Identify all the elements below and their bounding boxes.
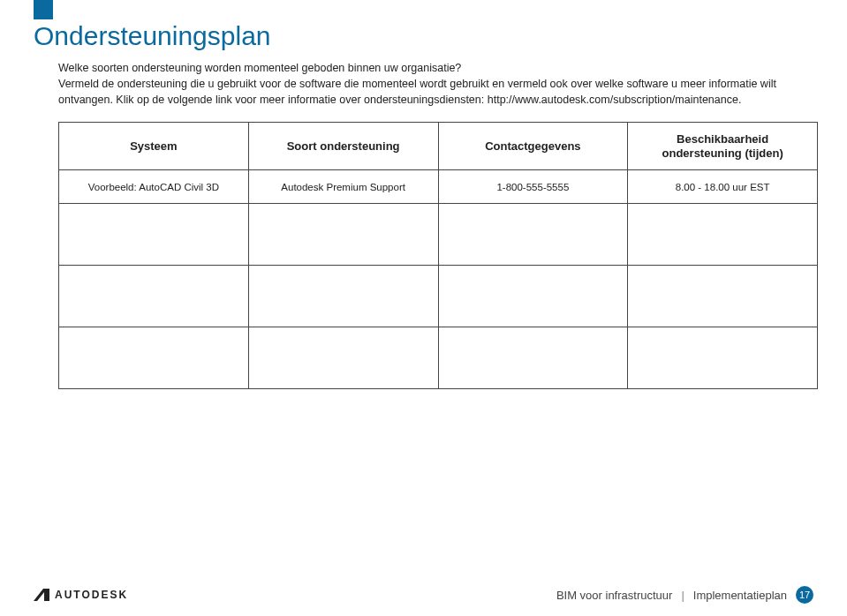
- cell-support-type[interactable]: [248, 266, 438, 327]
- cell-contact: 1-800-555-5555: [438, 170, 628, 204]
- cell-contact[interactable]: [438, 204, 628, 266]
- table-row: Voorbeeld: AutoCAD Civil 3D Autodesk Pre…: [59, 170, 818, 204]
- cell-system: Voorbeeld: AutoCAD Civil 3D: [59, 170, 249, 204]
- support-table: Systeem Soort ondersteuning Contactgegev…: [58, 122, 818, 389]
- cell-system[interactable]: [59, 266, 249, 327]
- cell-support-type[interactable]: [248, 204, 438, 266]
- footer-right: BIM voor infrastructuur | Implementatiep…: [556, 586, 813, 604]
- cell-support-type: Autodesk Premium Support: [248, 170, 438, 204]
- col-header-contact: Contactgegevens: [438, 123, 628, 170]
- cell-availability[interactable]: [628, 266, 818, 327]
- footer-text2: Implementatieplan: [693, 589, 787, 602]
- cell-availability[interactable]: [628, 204, 818, 266]
- col4-line1: Beschikbaarheid: [677, 132, 768, 146]
- table-row: [59, 204, 818, 266]
- cell-support-type[interactable]: [248, 327, 438, 389]
- footer-separator: |: [681, 589, 684, 602]
- autodesk-logo: AUTODESK: [34, 589, 128, 601]
- col-header-availability: Beschikbaarheid ondersteuning (tijden): [628, 123, 818, 170]
- col4-line2: ondersteuning (tijden): [662, 146, 783, 160]
- intro-line1: Welke soorten ondersteuning worden momen…: [58, 62, 461, 74]
- cell-system[interactable]: [59, 204, 249, 266]
- page-number-badge: 17: [796, 586, 813, 604]
- cell-availability: 8.00 - 18.00 uur EST: [628, 170, 818, 204]
- page-footer: AUTODESK BIM voor infrastructuur | Imple…: [34, 586, 813, 604]
- col-header-support-type: Soort ondersteuning: [248, 123, 438, 170]
- col-header-system: Systeem: [59, 123, 249, 170]
- table-row: [59, 266, 818, 327]
- corner-accent: [34, 0, 53, 19]
- page-title: Ondersteuningsplan: [34, 21, 813, 51]
- logo-text: AUTODESK: [55, 589, 128, 601]
- cell-contact[interactable]: [438, 327, 628, 389]
- cell-availability[interactable]: [628, 327, 818, 389]
- support-link[interactable]: http://www.autodesk.com/subscription/mai…: [488, 94, 742, 106]
- intro-block: Welke soorten ondersteuning worden momen…: [58, 60, 783, 108]
- cell-contact[interactable]: [438, 266, 628, 327]
- table-row: [59, 327, 818, 389]
- footer-text1: BIM voor infrastructuur: [556, 589, 673, 602]
- cell-system[interactable]: [59, 327, 249, 389]
- autodesk-logo-icon: [34, 589, 49, 601]
